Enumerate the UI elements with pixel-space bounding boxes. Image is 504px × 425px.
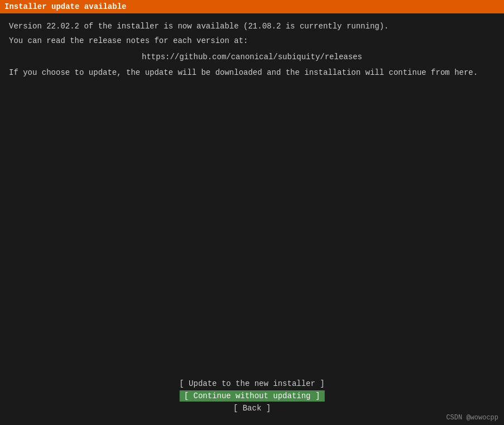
url-line: https://github.com/canonical/subiquity/r… [9,51,495,63]
header-title: Installer update available [4,2,126,11]
header-bar: Installer update available [0,0,504,13]
update-button[interactable]: [ Update to the new installer ] [175,378,329,389]
update-info-line: If you choose to update, the update will… [9,66,495,79]
release-notes-line: You can read the release notes for each … [9,35,495,47]
back-button[interactable]: [ Back ] [229,403,275,414]
watermark-text: CSDN @wowocpp [446,414,498,422]
watermark: CSDN @wowocpp [446,414,498,422]
continue-button[interactable]: [ Continue without updating ] [180,390,325,402]
buttons-area: [ Update to the new installer ] [ Contin… [175,378,329,414]
version-line: Version 22.02.2 of the installer is now … [9,20,495,32]
content-area: Version 22.02.2 of the installer is now … [0,13,504,88]
